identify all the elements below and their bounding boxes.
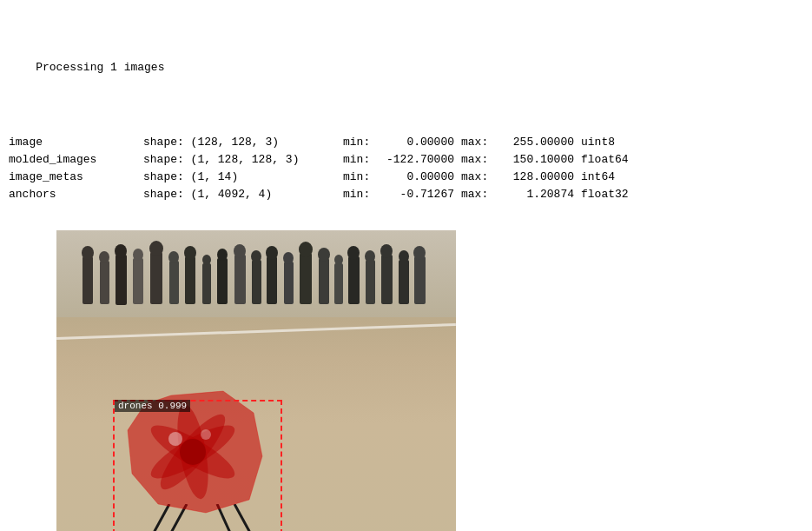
row-max-label: max: [461,134,496,151]
svg-point-19 [234,244,246,258]
row-dtype: float32 [581,186,629,203]
svg-point-3 [99,251,109,263]
svg-rect-18 [234,255,246,304]
console-output: Processing 1 images imageshape: (128, 12… [9,5,803,222]
processing-header-text: Processing 1 images [36,61,164,74]
row-max-val: 1.20874 [496,186,574,203]
svg-rect-24 [284,262,294,304]
row-min-val: 0.00000 [376,169,454,186]
svg-rect-0 [83,256,93,304]
row-label: molded_images [9,151,143,169]
svg-rect-36 [381,255,393,304]
svg-rect-22 [267,256,277,304]
svg-point-23 [266,246,278,260]
svg-point-41 [413,246,426,260]
svg-rect-4 [116,255,127,305]
svg-rect-38 [399,260,409,304]
row-label: anchors [9,186,143,203]
row-max-val: 128.00000 [496,169,574,186]
svg-rect-2 [100,261,109,304]
svg-point-13 [184,246,196,260]
row-min-label: min: [343,151,376,169]
console-row: image_metasshape: (1, 14)min:0.00000max:… [9,169,803,186]
console-rows: imageshape: (128, 128, 3)min:0.00000max:… [9,134,803,204]
console-header: Processing 1 images [9,42,803,96]
detection-image-container: drones 0.999 https://blog.csdn.net/mU_46… [56,230,456,531]
svg-rect-10 [169,261,179,304]
svg-point-25 [283,252,294,264]
row-label: image [9,134,143,151]
row-dtype: uint8 [581,134,615,151]
svg-point-9 [149,241,163,256]
svg-rect-28 [319,258,329,304]
crowd-silhouettes [74,239,439,309]
row-max-val: 255.00000 [496,134,574,151]
svg-point-21 [251,250,261,262]
row-max-val: 150.10000 [496,151,574,169]
row-label: image_metas [9,169,143,186]
row-max-label: max: [461,151,496,169]
row-shape: shape: (1, 4092, 4) [143,186,343,203]
svg-point-7 [133,249,143,261]
row-dtype: int64 [581,169,615,186]
row-min-label: min: [343,169,376,186]
svg-rect-26 [300,253,312,304]
svg-point-29 [318,248,330,262]
svg-point-15 [202,255,211,265]
console-row: anchorsshape: (1, 4092, 4)min:-0.71267ma… [9,186,803,203]
svg-rect-8 [150,252,162,304]
row-min-val: -122.70000 [376,151,454,169]
svg-rect-32 [348,256,360,304]
svg-rect-12 [185,256,195,304]
detection-bounding-box: drones 0.999 [113,400,282,531]
row-min-label: min: [343,134,376,151]
svg-point-35 [365,250,375,262]
row-min-label: min: [343,186,376,203]
svg-rect-14 [202,263,211,304]
row-shape: shape: (1, 14) [143,169,343,186]
svg-point-17 [217,249,228,261]
row-shape: shape: (128, 128, 3) [143,134,343,151]
row-shape: shape: (1, 128, 128, 3) [143,151,343,169]
console-row: molded_imagesshape: (1, 128, 128, 3)min:… [9,151,803,169]
row-dtype: float64 [581,151,629,169]
detection-label: drones 0.999 [115,400,190,412]
row-max-label: max: [461,169,496,186]
svg-point-33 [347,246,360,260]
row-min-val: 0.00000 [376,134,454,151]
svg-point-27 [299,242,313,257]
svg-point-37 [380,244,393,258]
row-max-label: max: [461,186,496,203]
svg-rect-6 [133,258,143,304]
svg-rect-16 [217,258,228,304]
svg-point-11 [168,251,179,263]
svg-point-1 [82,246,94,260]
svg-point-39 [399,250,409,262]
console-row: imageshape: (128, 128, 3)min:0.00000max:… [9,134,803,151]
row-min-val: -0.71267 [376,186,454,203]
svg-rect-40 [414,256,426,304]
svg-rect-20 [252,260,261,304]
svg-rect-30 [334,263,343,304]
svg-point-5 [115,244,127,258]
svg-point-31 [334,255,343,265]
svg-rect-34 [366,260,375,304]
